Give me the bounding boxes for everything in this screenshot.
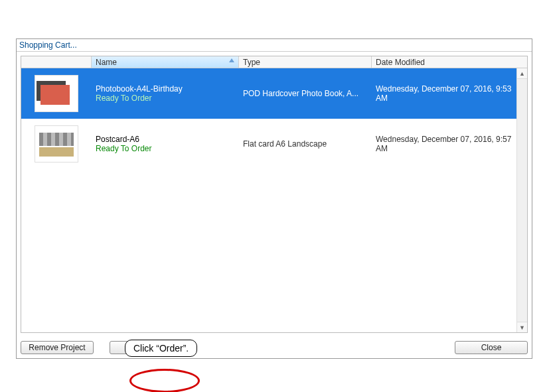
project-thumbnail bbox=[21, 125, 92, 163]
project-date-modified: Wednesday, December 07, 2016, 9:53 AM bbox=[372, 84, 527, 103]
column-type-label: Type bbox=[243, 58, 260, 67]
button-bar: Remove Project Order Close bbox=[17, 337, 532, 358]
project-status: Ready To Order bbox=[96, 144, 235, 153]
vertical-scrollbar[interactable]: ▲ ▼ bbox=[516, 68, 527, 332]
column-date-label: Date Modified bbox=[376, 58, 425, 67]
close-button[interactable]: Close bbox=[455, 341, 528, 354]
rows-viewport: Photobook-A4L-BirthdayReady To OrderPOD … bbox=[21, 68, 527, 332]
column-name[interactable]: Name bbox=[92, 56, 239, 68]
project-thumbnail bbox=[21, 75, 92, 112]
project-status: Ready To Order bbox=[96, 94, 235, 103]
column-type[interactable]: Type bbox=[239, 56, 372, 68]
shopping-cart-window: Shopping Cart... Name Type Date Modified… bbox=[16, 38, 532, 359]
table-row[interactable]: Postcard-A6Ready To OrderFlat card A6 La… bbox=[21, 119, 527, 169]
project-name: Photobook-A4L-Birthday bbox=[96, 84, 235, 94]
sort-ascending-icon bbox=[229, 58, 234, 62]
annotation-highlight-oval bbox=[129, 369, 200, 392]
window-title: Shopping Cart... bbox=[17, 39, 532, 52]
project-name-cell: Postcard-A6Ready To Order bbox=[92, 135, 239, 153]
scroll-down-icon[interactable]: ▼ bbox=[517, 322, 527, 332]
project-name: Postcard-A6 bbox=[96, 135, 235, 144]
project-date-modified: Wednesday, December 07, 2016, 9:57 AM bbox=[372, 135, 527, 153]
table-row[interactable]: Photobook-A4L-BirthdayReady To OrderPOD … bbox=[21, 68, 527, 119]
column-thumbnail[interactable] bbox=[21, 56, 92, 68]
thumbnail-image bbox=[35, 125, 78, 163]
column-date-modified[interactable]: Date Modified bbox=[372, 56, 527, 68]
remove-project-button[interactable]: Remove Project bbox=[21, 341, 94, 354]
scroll-up-icon[interactable]: ▲ bbox=[517, 68, 527, 79]
column-name-label: Name bbox=[96, 58, 117, 67]
project-name-cell: Photobook-A4L-BirthdayReady To Order bbox=[92, 84, 239, 103]
column-headers: Name Type Date Modified bbox=[21, 56, 527, 68]
annotation-callout: Click “Order”. bbox=[125, 340, 197, 357]
thumbnail-image bbox=[35, 75, 78, 112]
project-list: Name Type Date Modified Photobook-A4L-Bi… bbox=[21, 56, 528, 333]
project-type: Flat card A6 Landscape bbox=[239, 139, 372, 149]
project-type: POD Hardcover Photo Book, A... bbox=[239, 89, 372, 98]
